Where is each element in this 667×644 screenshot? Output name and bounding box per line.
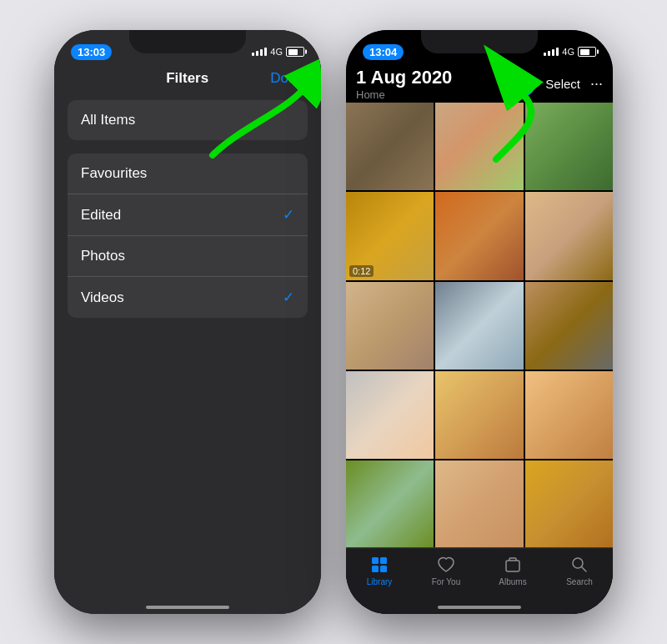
svg-rect-6 — [372, 566, 379, 572]
select-button[interactable]: Select — [545, 77, 580, 91]
tab-for-you-label: For You — [432, 577, 460, 586]
photo-cell[interactable] — [435, 460, 523, 548]
photo-cell[interactable] — [525, 192, 613, 279]
svg-rect-7 — [380, 566, 387, 572]
network-label: 4G — [270, 47, 283, 57]
tab-albums[interactable]: Albums — [479, 555, 546, 586]
status-icons-2: 4G — [544, 47, 596, 57]
location-label: Home — [356, 88, 452, 101]
videos-label: Videos — [81, 289, 124, 306]
date-label: 1 Aug 2020 — [356, 67, 452, 88]
videos-check: ✓ — [283, 289, 294, 306]
filter-edited[interactable]: Edited ✓ — [68, 194, 308, 236]
home-indicator-2 — [438, 606, 521, 609]
filters-title: Filters — [166, 70, 208, 87]
photo-cell[interactable] — [346, 460, 434, 548]
filters-done-button[interactable]: Done — [270, 70, 304, 87]
home-indicator — [146, 606, 229, 609]
svg-rect-4 — [372, 557, 379, 564]
svg-line-10 — [582, 567, 587, 572]
more-button[interactable]: ··· — [590, 75, 603, 93]
video-duration: 0:12 — [349, 265, 374, 277]
filters-header: Filters Done — [54, 63, 321, 100]
notch-2 — [421, 30, 538, 53]
photo-cell[interactable] — [525, 371, 613, 459]
photo-cell[interactable] — [435, 192, 523, 279]
filter-videos[interactable]: Videos ✓ — [68, 277, 308, 318]
phone-filters: 13:03 4G Filters Done All Item — [54, 30, 321, 614]
signal-icon-2 — [544, 48, 559, 56]
photo-cell[interactable] — [346, 103, 434, 190]
status-time-2: 13:04 — [363, 44, 404, 60]
filter-photos[interactable]: Photos — [68, 236, 308, 277]
tab-library[interactable]: Library — [346, 555, 413, 586]
edited-label: Edited — [81, 207, 121, 224]
filter-favourites[interactable]: Favourites — [68, 153, 308, 194]
photos-label: Photos — [81, 248, 125, 264]
screen-photos: 13:04 4G 1 Aug 2020 Home — [346, 30, 613, 614]
filter-all-items[interactable]: All Items — [68, 100, 308, 140]
photo-cell[interactable] — [346, 282, 434, 370]
phone-photos: 13:04 4G 1 Aug 2020 Home — [346, 30, 613, 614]
photo-cell[interactable] — [525, 103, 613, 190]
edited-check: ✓ — [283, 206, 294, 224]
tab-search-label: Search — [566, 577, 593, 586]
favourites-label: Favourites — [81, 165, 147, 182]
photos-date: 1 Aug 2020 Home — [356, 67, 452, 101]
photo-cell[interactable] — [435, 103, 523, 190]
filter-group: Favourites Edited ✓ Photos Videos ✓ — [68, 153, 308, 318]
battery-icon — [286, 47, 304, 57]
photo-cell[interactable] — [435, 371, 523, 459]
status-time: 13:03 — [71, 44, 112, 60]
photo-grid: 0:12 — [346, 103, 613, 549]
photo-cell[interactable]: 0:12 — [346, 192, 434, 279]
svg-rect-8 — [506, 561, 519, 571]
photo-cell[interactable] — [525, 460, 613, 548]
tab-for-you[interactable]: For You — [413, 555, 479, 586]
tab-bar: Library For You Albums — [346, 547, 613, 614]
all-items-label: All Items — [81, 112, 135, 128]
status-icons: 4G — [252, 47, 304, 57]
notch — [129, 30, 246, 53]
for-you-icon — [436, 555, 456, 575]
library-icon — [369, 555, 389, 575]
photo-cell[interactable] — [435, 282, 523, 370]
tab-search[interactable]: Search — [546, 555, 613, 586]
albums-icon — [503, 555, 523, 575]
network-label-2: 4G — [562, 47, 574, 57]
svg-rect-5 — [380, 557, 387, 564]
photo-cell[interactable] — [525, 282, 613, 370]
photo-cell[interactable] — [346, 371, 434, 459]
search-icon — [569, 555, 589, 575]
screen-filters: 13:03 4G Filters Done All Item — [54, 30, 321, 614]
signal-icon — [252, 48, 267, 56]
tab-library-label: Library — [367, 577, 393, 586]
toolbar-actions: Select ··· — [510, 72, 603, 97]
tab-albums-label: Albums — [499, 577, 526, 586]
battery-icon-2 — [578, 47, 596, 57]
filter-icon-button[interactable] — [510, 72, 535, 97]
